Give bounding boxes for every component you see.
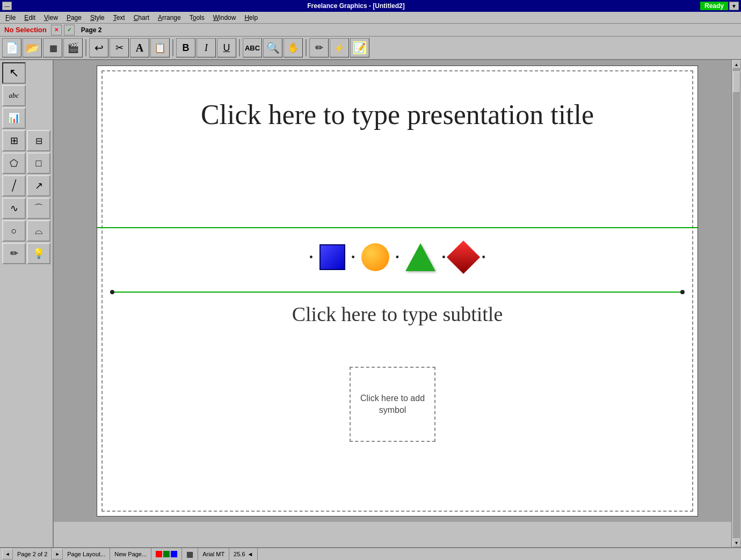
minimize-btn[interactable]: ▼ xyxy=(729,2,739,10)
view-mode-btn[interactable]: ▦ xyxy=(182,548,198,560)
next-page-btn[interactable]: ► xyxy=(52,549,63,559)
cut-btn[interactable]: ✂ xyxy=(110,38,129,57)
spell-check-btn[interactable]: ABC xyxy=(243,38,262,57)
underline-btn[interactable]: U xyxy=(217,38,236,57)
freehand-tool-icon: ⌒ xyxy=(34,202,43,215)
open-file-btn[interactable]: 📂 xyxy=(23,38,42,57)
presentation-icon: 🎬 xyxy=(67,42,79,54)
new-file-btn[interactable]: 📄 xyxy=(2,38,21,57)
select-arrow-icon: ↖ xyxy=(9,66,19,80)
green-divider-top xyxy=(97,227,698,228)
handle-left xyxy=(110,290,114,294)
left-toolbar: ↖ abc 📊 ⊞ ⊟ ⬠ □ xyxy=(0,60,54,547)
slide-view-btn[interactable]: ▦ xyxy=(43,38,62,57)
edit-mode-btn[interactable]: ✏ xyxy=(309,38,329,57)
title-placeholder[interactable]: Click here to type presentation title xyxy=(140,98,655,132)
undo-btn[interactable]: ↩ xyxy=(89,38,108,57)
arrow-tool-icon: ↗ xyxy=(35,180,43,192)
note-btn[interactable]: 📝 xyxy=(350,38,369,57)
no-selection-label: No Selection xyxy=(2,26,49,34)
color-palette-btn[interactable] xyxy=(151,548,182,560)
menu-style[interactable]: Style xyxy=(86,13,109,23)
tool-row-2: abc xyxy=(2,85,50,106)
status-bar-bottom: ◄ Page 2 of 2 ► Page Layout... New Page.… xyxy=(0,547,741,560)
slide-canvas[interactable]: Click here to type presentation title • … xyxy=(97,66,698,517)
menu-edit[interactable]: Edit xyxy=(20,13,40,23)
cancel-btn[interactable]: ✕ xyxy=(51,25,62,35)
scroll-up-btn[interactable]: ▲ xyxy=(732,60,741,69)
bullet-5: • xyxy=(482,252,485,263)
presentation-btn[interactable]: 🎬 xyxy=(63,38,83,57)
page-info: Page 2 of 2 xyxy=(13,548,52,560)
object-tool-icon: ⚡ xyxy=(334,43,345,53)
canvas-container: Click here to type presentation title • … xyxy=(54,60,741,522)
subtitle-placeholder[interactable]: Click here to type subtitle xyxy=(140,302,655,326)
arrow-tool-btn[interactable]: ↗ xyxy=(27,175,50,197)
new-page-btn[interactable]: New Page... xyxy=(110,548,151,560)
italic-btn[interactable]: I xyxy=(197,38,216,57)
polygon-tool-icon: ⬠ xyxy=(10,157,18,169)
zoom-icon: 🔍 xyxy=(266,41,280,54)
lightbulb-tool-btn[interactable]: 💡 xyxy=(27,243,50,264)
edit-mode-icon: ✏ xyxy=(315,42,323,54)
paste-btn[interactable]: 📋 xyxy=(150,38,170,57)
menu-view[interactable]: View xyxy=(40,13,62,23)
arc-tool-btn[interactable]: ⌓ xyxy=(27,220,50,242)
canvas-wrap: Click here to type presentation title • … xyxy=(54,60,741,547)
tool-row-5: ⬠ □ xyxy=(2,152,50,174)
handle-right xyxy=(680,290,685,294)
app-title: Freelance Graphics - [Untitled2] xyxy=(12,2,700,10)
table-tool-btn[interactable]: ⊞ xyxy=(2,130,26,151)
bullet-4: • xyxy=(442,252,445,263)
prev-page-btn[interactable]: ◄ xyxy=(2,549,13,559)
scroll-down-btn[interactable]: ▼ xyxy=(732,539,741,547)
rectangle-tool-btn[interactable]: □ xyxy=(27,152,50,174)
lightbulb-tool-icon: 💡 xyxy=(33,248,45,259)
orange-circle-shape[interactable] xyxy=(361,243,389,271)
page-layout-btn[interactable]: Page Layout... xyxy=(63,548,110,560)
object-tool-btn[interactable]: ⚡ xyxy=(330,38,349,57)
curve-tool-btn[interactable]: ∿ xyxy=(2,198,26,219)
line-tool-btn[interactable]: ╲ xyxy=(2,175,26,197)
menu-text[interactable]: Text xyxy=(109,13,129,23)
green-triangle-shape[interactable] xyxy=(405,243,435,271)
scroll-left-btn[interactable]: ◄ xyxy=(248,551,253,557)
main-area: ↖ abc 📊 ⊞ ⊟ ⬠ □ xyxy=(0,60,741,547)
menu-help[interactable]: Help xyxy=(240,13,262,23)
org-chart-btn[interactable]: ⊟ xyxy=(27,130,50,151)
scroll-thumb-v[interactable] xyxy=(733,71,740,93)
note-icon: 📝 xyxy=(353,41,366,54)
zoom-btn[interactable]: 🔍 xyxy=(263,38,282,57)
text-tool-btn[interactable]: abc xyxy=(2,85,26,106)
zoom-level: 25.6 ◄ xyxy=(229,548,258,560)
select-tool-btn[interactable]: ↖ xyxy=(2,62,26,84)
ellipse-tool-btn[interactable]: ○ xyxy=(2,220,26,242)
menu-tools[interactable]: Tools xyxy=(185,13,209,23)
toolbar-separator-1 xyxy=(85,39,86,56)
tool-row-4: ⊞ ⊟ xyxy=(2,130,50,151)
bold-btn[interactable]: B xyxy=(176,38,195,57)
accept-btn[interactable]: ✓ xyxy=(64,25,75,35)
toolbar-separator-3 xyxy=(239,39,240,56)
tool-row-9: ✏ 💡 xyxy=(2,243,50,264)
view-mode-icon: ▦ xyxy=(186,550,193,558)
polygon-tool-btn[interactable]: ⬠ xyxy=(2,152,26,174)
menu-window[interactable]: Window xyxy=(209,13,241,23)
symbol-placeholder[interactable]: Click here to add symbol xyxy=(350,367,435,442)
blue-square-shape[interactable] xyxy=(319,244,345,270)
title-bar: — Freelance Graphics - [Untitled2] Ready… xyxy=(0,0,741,12)
ellipse-tool-icon: ○ xyxy=(11,226,17,237)
menu-file[interactable]: File xyxy=(1,13,20,23)
red-diamond-shape[interactable] xyxy=(447,241,480,274)
font-size-btn[interactable]: A xyxy=(130,38,149,57)
menu-arrange[interactable]: Arrange xyxy=(154,13,185,23)
chart-tool-btn[interactable]: 📊 xyxy=(2,107,26,129)
pan-btn[interactable]: ✋ xyxy=(284,38,303,57)
system-menu-btn[interactable]: — xyxy=(2,2,12,10)
menu-page[interactable]: Page xyxy=(62,13,86,23)
pencil-tool-btn[interactable]: ✏ xyxy=(2,243,26,264)
bold-icon: B xyxy=(183,42,190,54)
menu-chart[interactable]: Chart xyxy=(129,13,154,23)
org-chart-icon: ⊟ xyxy=(35,136,42,146)
freehand-tool-btn[interactable]: ⌒ xyxy=(27,198,50,219)
